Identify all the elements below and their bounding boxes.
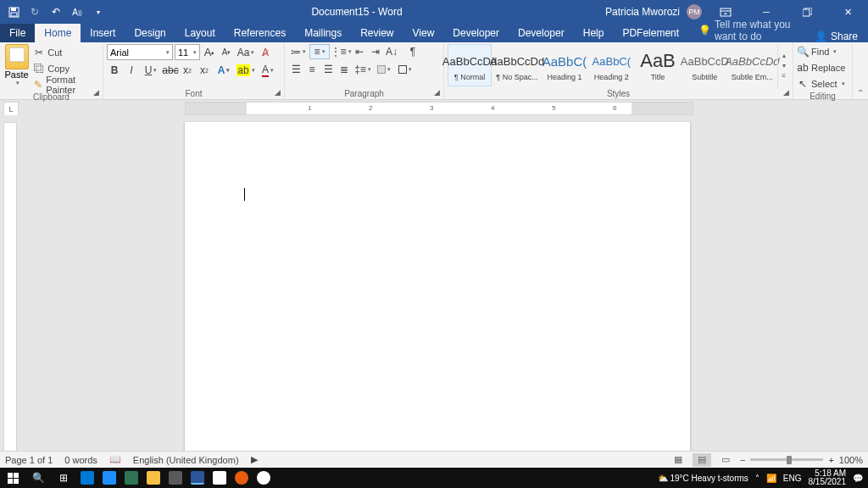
shading-button[interactable]: ▾ xyxy=(374,62,394,77)
language[interactable]: English (United Kingdom) xyxy=(133,455,239,465)
taskbar-app[interactable] xyxy=(231,468,253,488)
clipboard-dialog-launcher[interactable]: ◢ xyxy=(91,87,101,97)
select-button[interactable]: ↖Select▾ xyxy=(797,76,845,92)
task-view-button[interactable]: ⊞ xyxy=(51,468,76,488)
subscript-button[interactable]: x2 xyxy=(180,63,195,78)
clock[interactable]: 5:18 AM 8/15/2021 xyxy=(809,469,847,486)
close-button[interactable]: ✕ xyxy=(831,0,865,24)
search-button[interactable]: 🔍 xyxy=(25,468,51,488)
vertical-ruler[interactable] xyxy=(3,122,17,461)
style-heading1[interactable]: AaBbC(Heading 1 xyxy=(542,44,587,86)
undo-icon[interactable]: ↶ xyxy=(46,2,66,22)
increase-indent-button[interactable]: ⇥ xyxy=(368,44,383,59)
font-dialog-launcher[interactable]: ◢ xyxy=(272,87,282,97)
tell-me-search[interactable]: 💡 Tell me what you want to do xyxy=(698,19,804,42)
superscript-button[interactable]: x2 xyxy=(197,63,212,78)
tab-review[interactable]: Review xyxy=(351,24,403,42)
cut-button[interactable]: ✂Cut xyxy=(33,45,99,60)
horizontal-ruler[interactable]: 1 2 3 4 5 6 7 xyxy=(185,102,693,115)
avatar[interactable]: PM xyxy=(687,4,702,19)
multilevel-list-button[interactable]: ⋮≡▾ xyxy=(331,44,351,59)
style-normal[interactable]: AaBbCcDd¶ Normal xyxy=(448,44,492,86)
tab-design[interactable]: Design xyxy=(125,24,175,42)
styles-more-icon[interactable]: ≡ xyxy=(778,72,789,82)
styles-scroll-buttons[interactable]: ▴▾≡ xyxy=(777,44,789,89)
style-subtle-emphasis[interactable]: AaBbCcDdSubtle Em... xyxy=(730,44,774,86)
print-layout-button[interactable]: ▤ xyxy=(693,453,711,467)
tab-help[interactable]: Help xyxy=(574,24,614,42)
tab-layout[interactable]: Layout xyxy=(175,24,225,42)
tab-pdfelement[interactable]: PDFelement xyxy=(613,24,688,42)
format-painter-button[interactable]: ✎Format Painter xyxy=(33,77,99,92)
taskbar-app[interactable] xyxy=(209,468,231,488)
share-button[interactable]: 👤 Share xyxy=(804,30,868,42)
clear-formatting-button[interactable]: A̷ xyxy=(258,45,273,60)
language-indicator[interactable]: ENG xyxy=(783,474,802,483)
tab-references[interactable]: References xyxy=(225,24,295,42)
tab-insert[interactable]: Insert xyxy=(81,24,125,42)
collapse-ribbon-button[interactable]: ⌃ xyxy=(853,42,868,99)
styles-dialog-launcher[interactable]: ◢ xyxy=(781,87,791,97)
page-number[interactable]: Page 1 of 1 xyxy=(5,455,53,465)
qat-customize-icon[interactable]: ▾ xyxy=(88,2,108,22)
style-heading2[interactable]: AaBbC(Heading 2 xyxy=(590,44,633,86)
italic-button[interactable]: I xyxy=(124,63,139,78)
justify-button[interactable]: ≣ xyxy=(337,62,352,77)
paragraph-dialog-launcher[interactable]: ◢ xyxy=(431,87,442,97)
proofing-icon[interactable]: 📖 xyxy=(109,454,121,465)
tab-home[interactable]: Home xyxy=(35,24,81,42)
chevron-up-icon[interactable]: ▴ xyxy=(778,52,789,62)
highlight-button[interactable]: ab▾ xyxy=(236,63,256,78)
document-page[interactable] xyxy=(185,122,690,461)
replace-button[interactable]: abReplace xyxy=(797,60,845,75)
taskbar-app[interactable] xyxy=(253,468,275,488)
tab-developer2[interactable]: Developer xyxy=(509,24,574,42)
word-count[interactable]: 0 words xyxy=(64,455,97,465)
tab-mailings[interactable]: Mailings xyxy=(295,24,351,42)
underline-button[interactable]: U▾ xyxy=(141,63,161,78)
taskbar-app[interactable] xyxy=(186,468,209,488)
borders-button[interactable]: ▾ xyxy=(395,62,415,77)
user-name[interactable]: Patricia Mworozi xyxy=(605,6,680,18)
show-marks-button[interactable]: ¶ xyxy=(405,44,420,59)
save-icon[interactable] xyxy=(3,2,24,22)
weather-widget[interactable]: ⛅ 19°C Heavy t-storms xyxy=(658,474,748,483)
start-button[interactable] xyxy=(0,468,25,488)
touch-mode-icon[interactable]: A)) xyxy=(67,2,87,22)
tray-chevron-icon[interactable]: ˄ xyxy=(755,474,760,483)
taskbar-app[interactable] xyxy=(98,468,120,488)
find-button[interactable]: 🔍Find▾ xyxy=(797,44,837,59)
zoom-out-button[interactable]: − xyxy=(740,455,745,465)
tab-file[interactable]: File xyxy=(0,24,35,42)
line-spacing-button[interactable]: ‡≡▾ xyxy=(353,62,373,77)
wifi-icon[interactable]: 📶 xyxy=(766,474,776,483)
chevron-down-icon[interactable]: ▾ xyxy=(778,62,789,72)
read-mode-button[interactable]: ▦ xyxy=(669,453,687,467)
grow-font-button[interactable]: A▴ xyxy=(202,45,217,60)
bold-button[interactable]: B xyxy=(107,63,122,78)
tab-view[interactable]: View xyxy=(403,24,444,42)
shrink-font-button[interactable]: A▾ xyxy=(219,45,234,60)
repeat-icon[interactable]: ↻ xyxy=(25,2,45,22)
text-effects-button[interactable]: A▾ xyxy=(214,63,234,78)
tab-developer[interactable]: Developer xyxy=(443,24,509,42)
style-nospacing[interactable]: AaBbCcDd¶ No Spac... xyxy=(495,44,539,86)
zoom-slider[interactable] xyxy=(750,458,823,461)
taskbar-app[interactable] xyxy=(120,468,142,488)
taskbar-app[interactable] xyxy=(76,468,98,488)
styles-gallery[interactable]: AaBbCcDd¶ Normal AaBbCcDd¶ No Spac... Aa… xyxy=(448,44,789,89)
zoom-level[interactable]: 100% xyxy=(839,455,863,465)
zoom-in-button[interactable]: + xyxy=(828,455,833,465)
font-name-combo[interactable]: Arial▾ xyxy=(107,44,173,60)
font-size-combo[interactable]: 11▾ xyxy=(175,44,200,60)
style-title[interactable]: AaBTitle xyxy=(637,44,680,86)
macro-icon[interactable]: ▶ xyxy=(251,454,258,465)
sort-button[interactable]: A↓▾ xyxy=(384,44,404,59)
align-center-button[interactable]: ≡ xyxy=(304,62,320,77)
font-color-button[interactable]: A▾ xyxy=(258,63,278,78)
paste-button[interactable]: Paste ▾ xyxy=(3,44,30,86)
decrease-indent-button[interactable]: ⇤ xyxy=(352,44,367,59)
notifications-icon[interactable]: 💬 xyxy=(853,474,863,483)
align-right-button[interactable]: ☰ xyxy=(320,62,336,77)
strikethrough-button[interactable]: abc xyxy=(163,63,178,78)
